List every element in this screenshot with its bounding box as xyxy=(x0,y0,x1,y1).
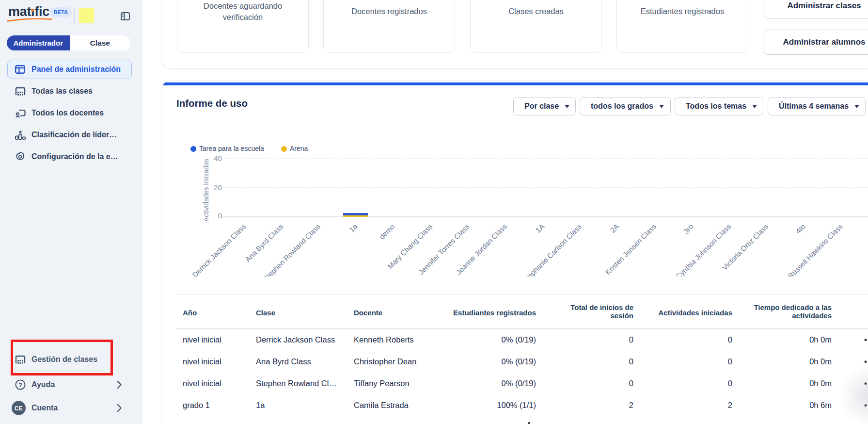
svg-text:?: ? xyxy=(18,381,22,389)
